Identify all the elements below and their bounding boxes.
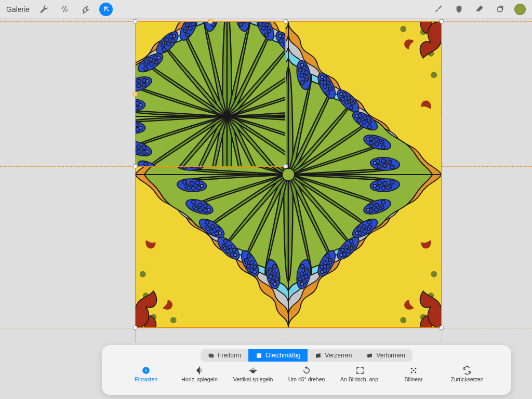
- action-rotate-45[interactable]: Um 45° drehen: [283, 366, 330, 382]
- svg-rect-1: [497, 7, 502, 11]
- transform-node[interactable]: [133, 19, 138, 24]
- transform-mode-segmented: Freiform Gleichmäßig Verzerren Verformen: [123, 349, 490, 362]
- transform-node[interactable]: [440, 19, 444, 24]
- selection-icon[interactable]: [78, 3, 92, 16]
- action-bilinear-label: Bilinear: [404, 376, 422, 382]
- top-toolbar: Galerie: [0, 0, 532, 19]
- transform-node[interactable]: [284, 19, 288, 24]
- transform-node-mid[interactable]: [133, 92, 138, 97]
- action-fit-screen[interactable]: An Bildsch. anp.: [337, 366, 383, 382]
- transform-panel: Freiform Gleichmäßig Verzerren Verformen…: [102, 345, 511, 395]
- brush-icon[interactable]: [431, 3, 445, 16]
- mode-warp-label: Verformen: [376, 352, 405, 359]
- transform-icon[interactable]: [99, 3, 113, 16]
- transform-node[interactable]: [133, 326, 138, 330]
- canvas[interactable]: Freiform Gleichmäßig Verzerren Verformen…: [0, 19, 532, 399]
- layers-icon[interactable]: [494, 3, 507, 16]
- wrench-icon[interactable]: [37, 3, 50, 16]
- svg-point-25: [413, 370, 415, 371]
- action-flip-h-label: Horiz. spiegeln: [181, 376, 217, 382]
- transform-node-mid[interactable]: [208, 19, 213, 24]
- action-flip-vertical[interactable]: Vertikal spiegeln: [230, 366, 276, 382]
- action-rotate45-label: Um 45° drehen: [288, 376, 325, 382]
- guide-bottom: [0, 328, 532, 328]
- mode-warp[interactable]: Verformen: [359, 349, 412, 362]
- transform-node[interactable]: [284, 164, 288, 169]
- guide-right: [442, 19, 442, 342]
- mode-uniform-label: Gleichmäßig: [265, 352, 300, 359]
- color-swatch[interactable]: [514, 4, 526, 15]
- svg-rect-20: [249, 370, 257, 371]
- transform-node[interactable]: [133, 164, 138, 169]
- action-snapping-label: Einrasten: [135, 376, 157, 382]
- mode-distort-label: Verzerren: [325, 352, 352, 359]
- smudge-icon[interactable]: [452, 3, 466, 16]
- mode-freeform[interactable]: Freiform: [201, 349, 248, 362]
- action-reset-label: Zurücksetzen: [450, 376, 483, 382]
- gallery-button[interactable]: Galerie: [6, 5, 30, 14]
- selection-box-inner[interactable]: [135, 21, 286, 167]
- action-fit-label: An Bildsch. anp.: [340, 376, 380, 382]
- eraser-icon[interactable]: [473, 3, 486, 16]
- mode-uniform[interactable]: Gleichmäßig: [248, 349, 308, 362]
- svg-point-23: [411, 371, 413, 373]
- transform-node[interactable]: [440, 326, 444, 330]
- svg-point-21: [411, 368, 413, 369]
- mode-distort[interactable]: Verzerren: [308, 349, 359, 362]
- mode-freeform-label: Freiform: [218, 352, 241, 359]
- svg-point-22: [415, 368, 416, 369]
- action-snapping[interactable]: Einrasten: [123, 366, 169, 382]
- transform-actions: Einrasten Horiz. spiegeln Vertikal spieg…: [123, 366, 490, 382]
- svg-rect-19: [199, 367, 200, 375]
- action-interpolation[interactable]: Bilinear: [390, 366, 437, 382]
- action-flip-horizontal[interactable]: Horiz. spiegeln: [176, 366, 223, 382]
- adjustments-icon[interactable]: [58, 3, 71, 16]
- svg-point-24: [415, 371, 416, 373]
- action-flip-v-label: Vertikal spiegeln: [233, 376, 273, 382]
- action-reset[interactable]: Zurücksetzen: [444, 366, 490, 382]
- svg-rect-17: [257, 353, 261, 358]
